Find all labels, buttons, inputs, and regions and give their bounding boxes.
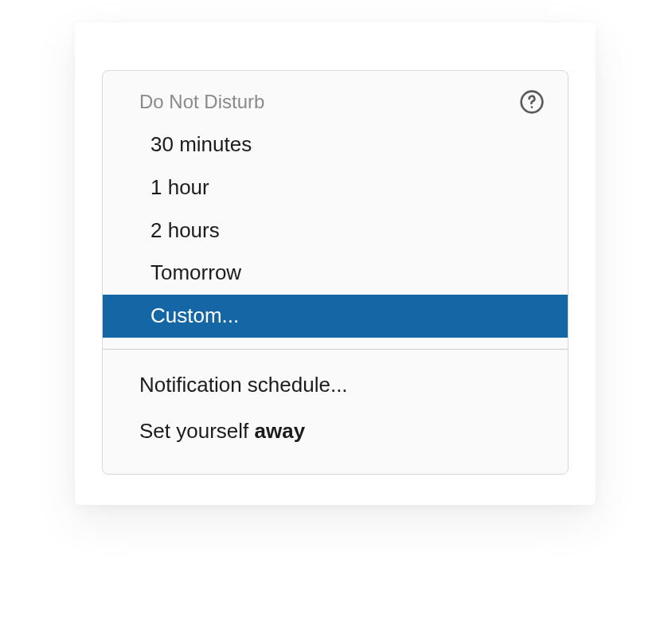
dnd-option-30-minutes[interactable]: 30 minutes [103,123,568,166]
dnd-options-list: 30 minutes 1 hour 2 hours Tomorrow Custo… [103,119,568,338]
svg-point-1 [531,106,533,108]
dnd-menu: Do Not Disturb 30 minutes 1 hour 2 hours… [102,70,568,475]
dnd-option-2-hours[interactable]: 2 hours [103,209,568,252]
dnd-option-tomorrow[interactable]: Tomorrow [103,252,568,295]
notification-schedule-item[interactable]: Notification schedule... [103,362,568,409]
set-away-item[interactable]: Set yourself away [103,409,568,455]
menu-header: Do Not Disturb [103,71,568,119]
help-circle-icon [519,89,545,115]
dnd-option-custom[interactable]: Custom... [102,295,568,338]
card-surface: Do Not Disturb 30 minutes 1 hour 2 hours… [75,22,596,505]
secondary-actions: Notification schedule... Set yourself aw… [103,350,568,474]
set-away-bold: away [255,419,306,443]
dnd-option-1-hour[interactable]: 1 hour [103,166,568,209]
help-button[interactable] [518,88,545,115]
set-away-prefix: Set yourself [139,419,255,443]
stage: Do Not Disturb 30 minutes 1 hour 2 hours… [0,0,672,618]
menu-title: Do Not Disturb [139,91,264,113]
